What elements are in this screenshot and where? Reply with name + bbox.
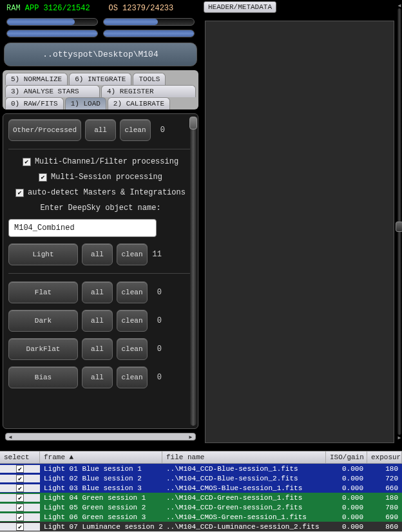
left-panel: RAM APP 3126/21542 OS 12379/24233 ..otty… xyxy=(0,0,201,446)
table-row[interactable]: ✔Light 03 Blue session 3..\M104_CMOS-Blu… xyxy=(0,483,402,493)
table-row[interactable]: ✔Light 02 Blue session 2..\M104_CCD-Blue… xyxy=(0,473,402,483)
row-select[interactable]: ✔ xyxy=(0,523,40,531)
light-button[interactable]: Light xyxy=(8,243,78,265)
row-select[interactable]: ✔ xyxy=(0,475,40,482)
row-iso: 0.000 xyxy=(326,513,367,521)
tab-calibrate[interactable]: 2) CALIBRATE xyxy=(108,97,170,109)
ram-label: RAM xyxy=(6,4,21,13)
panel-scrollbar-thumb[interactable] xyxy=(189,117,197,129)
tab-register[interactable]: 4) REGISTER xyxy=(101,85,196,97)
row-frame: Light 06 Green session 3 xyxy=(40,513,162,521)
table-row[interactable]: ✔Light 05 Green session 2..\M104_CCD-Gre… xyxy=(0,502,402,512)
deepsky-input[interactable] xyxy=(8,219,157,237)
th-select[interactable]: select xyxy=(0,451,40,463)
table-row[interactable]: ✔Light 04 Green session 1..\M104_CCD-Gre… xyxy=(0,493,402,502)
tab-normalize[interactable]: 5) NORMALIZE xyxy=(5,73,68,85)
zoom-slider-thumb[interactable] xyxy=(396,222,402,232)
zoom-slider[interactable]: ◀ ▶ xyxy=(395,3,402,441)
table-body: ✔Light 01 Blue session 1..\M104_CCD-Blue… xyxy=(0,464,402,531)
row-select[interactable]: ✔ xyxy=(0,494,40,502)
th-file[interactable]: file name xyxy=(162,451,326,463)
flat-button[interactable]: Flat xyxy=(8,281,78,303)
row-checkbox[interactable]: ✔ xyxy=(16,504,24,511)
row-iso: 0.000 xyxy=(326,475,367,482)
header-metadata-button[interactable]: HEADER/METADATA xyxy=(204,1,276,13)
darkflat-clean-button[interactable]: clean xyxy=(117,338,148,360)
multi-session-row[interactable]: ✔ Multi-Session processing xyxy=(8,173,193,182)
flat-clean-button[interactable]: clean xyxy=(117,281,148,303)
preview-area xyxy=(205,21,394,443)
multi-channel-checkbox[interactable]: ✔ xyxy=(23,158,31,166)
row-file: ..\M104_CMOS-Blue-session_1.fits xyxy=(162,484,326,492)
darkflat-count: 0 xyxy=(151,345,162,354)
row-iso: 0.000 xyxy=(326,465,367,473)
dark-button[interactable]: Dark xyxy=(8,310,78,332)
tab-analyse-stars[interactable]: 3) ANALYSE STARS xyxy=(5,85,100,97)
th-frame[interactable]: frame ▲ xyxy=(40,451,162,463)
hscroll[interactable]: ◀ ▶ xyxy=(5,433,196,441)
right-panel: HEADER/METADATA ◀ ▶ xyxy=(201,0,402,446)
row-file: ..\M104_CCD-Blue-session_2.fits xyxy=(162,475,326,482)
row-frame: Light 07 Luminance session 2 xyxy=(40,523,162,531)
row-checkbox[interactable]: ✔ xyxy=(16,494,24,502)
table-row[interactable]: ✔Light 07 Luminance session 2..\M104_CCD… xyxy=(0,522,402,531)
row-checkbox[interactable]: ✔ xyxy=(16,484,24,492)
file-table: select frame ▲ file name ISO/gain exposu… xyxy=(0,451,402,532)
tab-integrate[interactable]: 6) INTEGRATE xyxy=(69,73,131,85)
bias-clean-button[interactable]: clean xyxy=(117,366,148,388)
darkflat-all-button[interactable]: all xyxy=(82,338,113,360)
row-checkbox[interactable]: ✔ xyxy=(16,523,24,531)
row-frame: Light 03 Blue session 3 xyxy=(40,484,162,492)
other-clean-button[interactable]: clean xyxy=(120,119,151,141)
row-checkbox[interactable]: ✔ xyxy=(16,475,24,482)
row-select[interactable]: ✔ xyxy=(0,504,40,511)
working-path[interactable]: ..ottyspot\Desktop\M104 xyxy=(4,43,197,66)
row-select[interactable]: ✔ xyxy=(0,513,40,521)
row-exposure: 720 xyxy=(367,475,402,482)
multi-session-checkbox[interactable]: ✔ xyxy=(39,173,47,182)
multi-channel-label: Multi-Channel/Filter processing xyxy=(35,157,178,166)
row-exposure: 690 xyxy=(367,513,402,521)
tab-load[interactable]: 1) LOAD xyxy=(65,97,106,109)
row-checkbox[interactable]: ✔ xyxy=(16,465,24,473)
light-all-button[interactable]: all xyxy=(82,243,113,265)
mem-sliders-2 xyxy=(3,30,198,37)
flat-count: 0 xyxy=(151,288,162,297)
flat-all-button[interactable]: all xyxy=(82,281,113,303)
tab-raw-fits[interactable]: 0) RAW/FITS xyxy=(5,97,64,109)
hscroll-left[interactable]: ◀ xyxy=(6,433,15,440)
hscroll-right[interactable]: ▶ xyxy=(186,433,195,440)
darkflat-button[interactable]: DarkFlat xyxy=(8,338,78,360)
tabs: 5) NORMALIZE 6) INTEGRATE TOOLS 3) ANALY… xyxy=(3,70,198,109)
app-mem-slider[interactable] xyxy=(6,18,98,26)
bias-button[interactable]: Bias xyxy=(8,366,78,388)
auto-detect-row[interactable]: ✔ auto-detect Masters & Integrations xyxy=(8,188,193,197)
bias-all-button[interactable]: all xyxy=(82,366,113,388)
light-clean-button[interactable]: clean xyxy=(117,243,148,265)
table-row[interactable]: ✔Light 06 Green session 3..\M104_CMOS-Gr… xyxy=(0,512,402,522)
separator xyxy=(8,149,193,149)
tab-tools[interactable]: TOOLS xyxy=(133,73,166,85)
other-processed-button[interactable]: Other/Processed xyxy=(8,119,81,141)
panel-scrollbar[interactable] xyxy=(190,117,196,426)
th-exposure[interactable]: exposur xyxy=(367,451,402,463)
table-row[interactable]: ✔Light 01 Blue session 1..\M104_CCD-Blue… xyxy=(0,464,402,473)
auto-detect-checkbox[interactable]: ✔ xyxy=(15,189,24,197)
app-mem-slider-2[interactable] xyxy=(6,30,98,37)
row-file: ..\M104_CCD-Blue-session_1.fits xyxy=(162,465,326,473)
multi-channel-row[interactable]: ✔ Multi-Channel/Filter processing xyxy=(8,157,193,166)
other-all-button[interactable]: all xyxy=(85,119,116,141)
row-file: ..\M104_CMOS-Green-session_1.fits xyxy=(162,513,326,521)
row-checkbox[interactable]: ✔ xyxy=(16,513,24,521)
th-iso[interactable]: ISO/gain xyxy=(326,451,367,463)
row-iso: 0.000 xyxy=(326,484,367,492)
os-mem-slider-2[interactable] xyxy=(103,30,195,37)
row-select[interactable]: ✔ xyxy=(0,484,40,492)
row-iso: 0.000 xyxy=(326,523,367,531)
dark-clean-button[interactable]: clean xyxy=(117,310,148,332)
dark-all-button[interactable]: all xyxy=(82,310,113,332)
bias-count: 0 xyxy=(151,373,162,382)
mem-sliders xyxy=(3,18,198,26)
row-select[interactable]: ✔ xyxy=(0,465,40,473)
os-mem-slider[interactable] xyxy=(103,18,195,26)
